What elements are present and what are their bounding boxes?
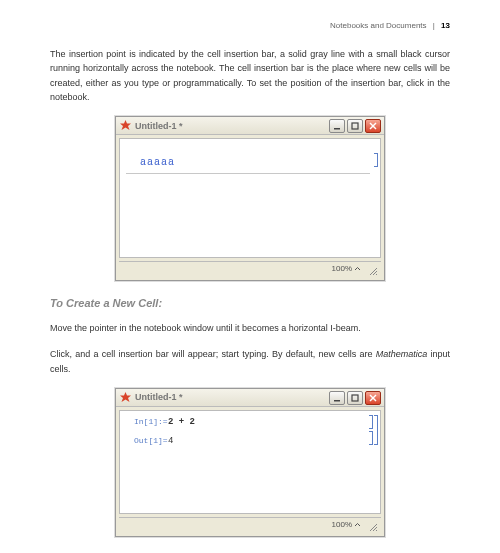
close-button[interactable] [365, 119, 381, 133]
notebook-content-area[interactable]: aaaaa [119, 138, 381, 258]
cell-bracket[interactable] [369, 431, 373, 445]
body-paragraph-2: Move the pointer in the notebook window … [50, 321, 450, 335]
page-number: 13 [441, 21, 450, 30]
titlebar: Untitled-1 * [116, 389, 384, 407]
output-cell: Out[1]= 4 [120, 430, 380, 448]
maximize-button[interactable] [347, 391, 363, 405]
out-content: 4 [168, 434, 173, 448]
cell-bracket[interactable] [374, 153, 378, 167]
minimize-button[interactable] [329, 391, 345, 405]
app-icon [119, 392, 131, 404]
p3-part-a: Click, and a cell insertion bar will app… [50, 349, 376, 359]
body-paragraph-1: The insertion point is indicated by the … [50, 47, 450, 105]
notebook-window-1: Untitled-1 * aaaaa 100% [115, 116, 385, 281]
maximize-button[interactable] [347, 119, 363, 133]
cell-insertion-bar [126, 173, 370, 174]
in-label: In[1]:= [134, 416, 168, 429]
svg-marker-0 [120, 120, 131, 130]
window-title: Untitled-1 * [135, 119, 329, 133]
svg-marker-8 [120, 392, 131, 402]
chevron-down-icon [354, 266, 361, 273]
app-icon [119, 120, 131, 132]
svg-line-7 [376, 274, 377, 275]
out-label: Out[1]= [134, 435, 168, 448]
typed-text: aaaaa [140, 155, 380, 171]
window-controls [329, 391, 381, 405]
header-divider: | [433, 21, 435, 30]
body-paragraph-3: Click, and a cell insertion bar will app… [50, 347, 450, 376]
zoom-value: 100% [332, 519, 352, 532]
statusbar: 100% [119, 517, 381, 533]
in-content: 2 + 2 [168, 415, 195, 429]
resize-grip-icon[interactable] [367, 521, 377, 531]
chevron-down-icon [354, 522, 361, 529]
input-cell[interactable]: In[1]:= 2 + 2 [120, 411, 380, 429]
section-title: Notebooks and Documents [330, 21, 427, 30]
zoom-indicator[interactable]: 100% [332, 263, 361, 276]
svg-rect-1 [334, 128, 340, 130]
zoom-value: 100% [332, 263, 352, 276]
close-button[interactable] [365, 391, 381, 405]
notebook-content-area[interactable]: In[1]:= 2 + 2 Out[1]= 4 [119, 410, 381, 514]
svg-rect-10 [352, 395, 358, 401]
cell-bracket[interactable] [369, 415, 373, 429]
section-heading: To Create a New Cell: [50, 295, 450, 313]
p3-italic: Mathematica [376, 349, 428, 359]
window-title: Untitled-1 * [135, 390, 329, 404]
page-header: Notebooks and Documents | 13 [50, 20, 450, 33]
resize-grip-icon[interactable] [367, 265, 377, 275]
window-controls [329, 119, 381, 133]
notebook-window-2: Untitled-1 * In[1]:= 2 + 2 Out[1]= 4 [115, 388, 385, 537]
cell-group-bracket[interactable] [374, 415, 378, 445]
titlebar: Untitled-1 * [116, 117, 384, 135]
zoom-indicator[interactable]: 100% [332, 519, 361, 532]
svg-line-15 [376, 530, 377, 531]
statusbar: 100% [119, 261, 381, 277]
minimize-button[interactable] [329, 119, 345, 133]
svg-rect-9 [334, 400, 340, 402]
svg-rect-2 [352, 123, 358, 129]
